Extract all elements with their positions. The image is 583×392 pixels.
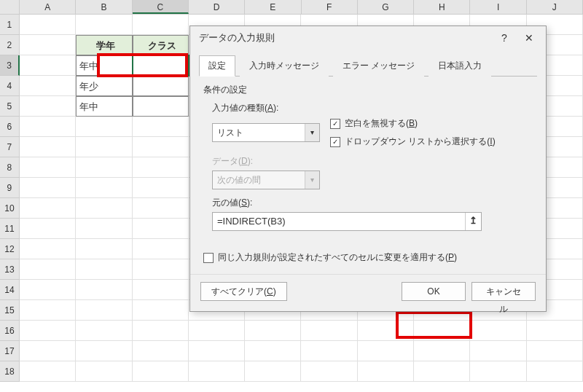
cell-B7[interactable] <box>76 137 132 157</box>
cell-A15[interactable] <box>20 300 76 321</box>
cell-B3[interactable]: 年中 <box>76 55 132 76</box>
cell-B4[interactable]: 年少 <box>76 76 132 96</box>
cell-C15[interactable] <box>133 300 189 321</box>
row-header-12[interactable]: 12 <box>0 239 20 259</box>
cell-H17[interactable] <box>414 341 470 361</box>
cell-J16[interactable] <box>527 321 583 341</box>
clear-all-button[interactable]: すべてクリア(C) <box>200 282 287 301</box>
cell-B9[interactable] <box>76 178 132 198</box>
row-header-10[interactable]: 10 <box>0 198 20 219</box>
cell-B5[interactable]: 年中 <box>76 96 132 117</box>
cell-D18[interactable] <box>189 361 245 382</box>
ok-button[interactable]: OK <box>402 282 466 301</box>
help-button[interactable]: ? <box>492 26 517 50</box>
col-header-F[interactable]: F <box>302 0 358 14</box>
row-header-2[interactable]: 2 <box>0 35 20 55</box>
cell-C1[interactable] <box>133 15 189 35</box>
col-header-B[interactable]: B <box>76 0 132 14</box>
col-header-D[interactable]: D <box>189 0 245 14</box>
tab-ime-mode[interactable]: 日本語入力 <box>429 55 491 77</box>
row-header-8[interactable]: 8 <box>0 157 20 178</box>
row-header-7[interactable]: 7 <box>0 137 20 157</box>
col-header-I[interactable]: I <box>470 0 526 14</box>
row-header-11[interactable]: 11 <box>0 219 20 239</box>
row-header-3[interactable]: 3 <box>0 55 20 76</box>
cell-A4[interactable] <box>20 76 76 96</box>
cell-A14[interactable] <box>20 280 76 300</box>
row-header-6[interactable]: 6 <box>0 117 20 137</box>
cell-A7[interactable] <box>20 137 76 157</box>
apply-all-checkbox[interactable]: 同じ入力規則が設定されたすべてのセルに変更を適用する(P) <box>203 251 533 264</box>
cell-C16[interactable] <box>133 321 189 341</box>
cell-A1[interactable] <box>20 15 76 35</box>
cell-C6[interactable] <box>133 117 189 137</box>
cancel-button[interactable]: キャンセル <box>472 282 536 301</box>
range-selector-icon[interactable]: ↥ <box>465 213 481 230</box>
cell-C3[interactable] <box>133 55 189 76</box>
cell-I16[interactable] <box>470 321 526 341</box>
row-header-14[interactable]: 14 <box>0 280 20 300</box>
cell-A17[interactable] <box>20 341 76 361</box>
cell-A16[interactable] <box>20 321 76 341</box>
cell-C10[interactable] <box>133 198 189 219</box>
cell-C18[interactable] <box>133 361 189 382</box>
cell-B2[interactable]: 学年 <box>76 35 132 55</box>
cell-D16[interactable] <box>189 321 245 341</box>
row-header-15[interactable]: 15 <box>0 300 20 321</box>
cell-H18[interactable] <box>414 361 470 382</box>
cell-C8[interactable] <box>133 157 189 178</box>
cell-E16[interactable] <box>245 321 301 341</box>
cell-D17[interactable] <box>189 341 245 361</box>
tab-input-message[interactable]: 入力時メッセージ <box>240 55 329 77</box>
cell-C2[interactable]: クラス <box>133 35 189 55</box>
row-header-5[interactable]: 5 <box>0 96 20 117</box>
cell-C11[interactable] <box>133 219 189 239</box>
row-header-9[interactable]: 9 <box>0 178 20 198</box>
cell-B11[interactable] <box>76 219 132 239</box>
tab-settings[interactable]: 設定 <box>199 55 235 77</box>
close-button[interactable]: ✕ <box>517 26 541 50</box>
col-header-H[interactable]: H <box>414 0 470 14</box>
cell-A3[interactable] <box>20 55 76 76</box>
chevron-down-icon[interactable]: ▾ <box>305 124 319 141</box>
cell-F18[interactable] <box>301 361 357 382</box>
cell-C17[interactable] <box>133 341 189 361</box>
cell-B8[interactable] <box>76 157 132 178</box>
cell-G16[interactable] <box>358 321 414 341</box>
col-header-G[interactable]: G <box>358 0 414 14</box>
cell-A10[interactable] <box>20 198 76 219</box>
cell-A11[interactable] <box>20 219 76 239</box>
cell-A5[interactable] <box>20 96 76 117</box>
source-input[interactable]: =INDIRECT(B3) ↥ <box>212 212 482 231</box>
cell-B17[interactable] <box>76 341 132 361</box>
cell-A12[interactable] <box>20 239 76 259</box>
col-header-E[interactable]: E <box>245 0 301 14</box>
cell-A18[interactable] <box>20 361 76 382</box>
cell-A6[interactable] <box>20 117 76 137</box>
cell-G17[interactable] <box>358 341 414 361</box>
cell-C7[interactable] <box>133 137 189 157</box>
cell-I17[interactable] <box>470 341 526 361</box>
cell-B15[interactable] <box>76 300 132 321</box>
col-header-J[interactable]: J <box>527 0 583 14</box>
cell-C13[interactable] <box>133 259 189 280</box>
cell-C9[interactable] <box>133 178 189 198</box>
row-header-13[interactable]: 13 <box>0 259 20 280</box>
cell-J18[interactable] <box>527 361 583 382</box>
cell-A8[interactable] <box>20 157 76 178</box>
cell-I18[interactable] <box>470 361 526 382</box>
cell-C12[interactable] <box>133 239 189 259</box>
select-all-corner[interactable] <box>0 0 20 14</box>
tab-error-alert[interactable]: エラー メッセージ <box>333 55 424 77</box>
row-header-18[interactable]: 18 <box>0 361 20 382</box>
cell-A2[interactable] <box>20 35 76 55</box>
cell-E17[interactable] <box>245 341 301 361</box>
cell-B10[interactable] <box>76 198 132 219</box>
col-header-C[interactable]: C <box>133 0 189 14</box>
cell-B1[interactable] <box>76 15 132 35</box>
cell-B14[interactable] <box>76 280 132 300</box>
cell-B12[interactable] <box>76 239 132 259</box>
cell-F17[interactable] <box>301 341 357 361</box>
row-header-16[interactable]: 16 <box>0 321 20 341</box>
row-header-1[interactable]: 1 <box>0 15 20 35</box>
